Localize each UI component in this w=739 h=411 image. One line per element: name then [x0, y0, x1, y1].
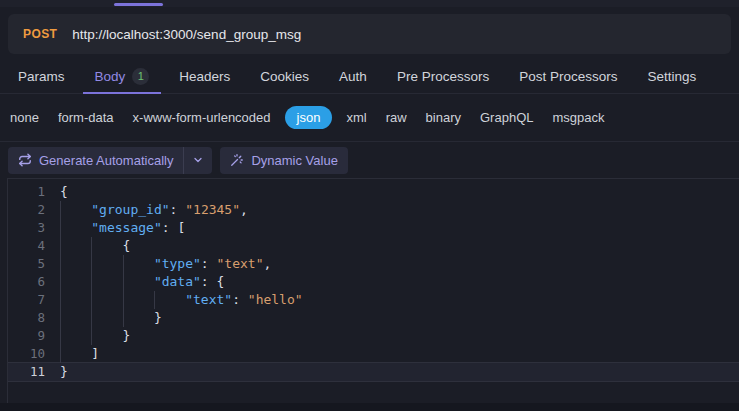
code-line[interactable]: 8} — [8, 309, 739, 327]
tab-post-processors[interactable]: Post Processors — [507, 60, 629, 93]
body-count-badge: 1 — [132, 68, 149, 85]
line-number: 11 — [8, 363, 45, 381]
code-content: } — [45, 363, 68, 381]
code-content: ] — [45, 345, 99, 363]
generate-automatically-button[interactable]: Generate Automatically — [8, 147, 183, 174]
indent-guide — [60, 273, 91, 291]
code-line[interactable]: 2"group_id": "12345", — [8, 201, 739, 219]
generate-automatically-split-button: Generate Automatically — [8, 147, 212, 174]
body-type-x-www-form-urlencoded[interactable]: x-www-form-urlencoded — [128, 110, 276, 125]
indent-guide — [60, 291, 91, 309]
code-content: "data": { — [45, 273, 224, 291]
code-editor-lines: 1{2"group_id": "12345",3"message": [4{5"… — [8, 183, 739, 381]
indent-guide — [123, 309, 154, 327]
line-number: 9 — [8, 327, 45, 345]
tab-auth[interactable]: Auth — [327, 60, 379, 93]
body-type-form-data[interactable]: form-data — [53, 110, 119, 125]
body-type-none[interactable]: none — [5, 110, 44, 125]
bottom-panel-edge — [0, 403, 739, 411]
code-editor[interactable]: 1{2"group_id": "12345",3"message": [4{5"… — [7, 178, 739, 403]
code-content: { — [45, 183, 68, 201]
body-type-xml[interactable]: xml — [341, 110, 371, 125]
indent-guide — [91, 309, 122, 327]
indent-guide — [123, 291, 154, 309]
code-line[interactable]: 1{ — [8, 183, 739, 201]
line-number: 3 — [8, 219, 45, 237]
code-line[interactable]: 6"data": { — [8, 273, 739, 291]
body-type-msgpack[interactable]: msgpack — [547, 110, 609, 125]
code-content: { — [45, 237, 130, 255]
indent-guide — [60, 345, 91, 363]
code-line[interactable]: 7"text": "hello" — [8, 291, 739, 309]
body-type-raw[interactable]: raw — [381, 110, 412, 125]
request-tabs: Params Body 1 Headers Cookies Auth Pre P… — [0, 60, 739, 94]
indent-guide — [123, 273, 154, 291]
url-input[interactable]: http://localhost:3000/send_group_msg — [72, 27, 301, 42]
tab-params[interactable]: Params — [6, 60, 77, 93]
line-number: 5 — [8, 255, 45, 273]
tab-pre-processors[interactable]: Pre Processors — [385, 60, 501, 93]
indent-guide — [154, 291, 185, 309]
indent-guide — [60, 327, 91, 345]
line-number: 4 — [8, 237, 45, 255]
app-tab-bar — [0, 0, 739, 7]
tab-cookies[interactable]: Cookies — [248, 60, 321, 93]
body-type-selector: none form-data x-www-form-urlencoded jso… — [0, 94, 739, 142]
code-content: "type": "text", — [45, 255, 271, 273]
body-type-binary[interactable]: binary — [421, 110, 466, 125]
indent-guide — [91, 327, 122, 345]
indent-guide — [91, 291, 122, 309]
code-content: "text": "hello" — [45, 291, 303, 309]
code-line[interactable]: 9} — [8, 327, 739, 345]
method-badge[interactable]: POST — [23, 27, 57, 41]
dynamic-value-button[interactable]: Dynamic Value — [220, 147, 347, 174]
code-line[interactable]: 4{ — [8, 237, 739, 255]
code-line[interactable]: 11} — [8, 363, 739, 381]
code-line[interactable]: 5"type": "text", — [8, 255, 739, 273]
indent-guide — [60, 201, 91, 219]
line-number: 10 — [8, 345, 45, 363]
indent-guide — [60, 219, 91, 237]
code-content: } — [45, 327, 130, 345]
indent-guide — [60, 237, 91, 255]
body-type-json[interactable]: json — [285, 106, 333, 129]
indent-guide — [123, 255, 154, 273]
body-toolbar: Generate Automatically Dynamic Value — [0, 142, 739, 178]
generate-options-dropdown[interactable] — [184, 147, 212, 174]
code-line[interactable]: 10] — [8, 345, 739, 363]
code-content: "group_id": "12345", — [45, 201, 248, 219]
line-number: 6 — [8, 273, 45, 291]
active-file-tab-indicator — [114, 3, 163, 6]
line-number: 1 — [8, 183, 45, 201]
request-url-bar[interactable]: POST http://localhost:3000/send_group_ms… — [8, 14, 731, 54]
repeat-icon — [18, 153, 32, 167]
indent-guide — [91, 273, 122, 291]
indent-guide — [91, 255, 122, 273]
line-number: 7 — [8, 291, 45, 309]
tab-headers[interactable]: Headers — [167, 60, 242, 93]
tab-settings[interactable]: Settings — [635, 60, 708, 93]
code-content: "message": [ — [45, 219, 185, 237]
code-line[interactable]: 3"message": [ — [8, 219, 739, 237]
indent-guide — [60, 309, 91, 327]
chevron-down-icon — [192, 154, 204, 166]
tab-body[interactable]: Body 1 — [83, 60, 162, 94]
indent-guide — [60, 255, 91, 273]
request-url-row: POST http://localhost:3000/send_group_ms… — [0, 7, 739, 54]
magic-wand-icon — [230, 153, 244, 167]
indent-guide — [91, 237, 122, 255]
body-type-graphql[interactable]: GraphQL — [475, 110, 538, 125]
line-number: 8 — [8, 309, 45, 327]
line-number: 2 — [8, 201, 45, 219]
code-content: } — [45, 309, 162, 327]
